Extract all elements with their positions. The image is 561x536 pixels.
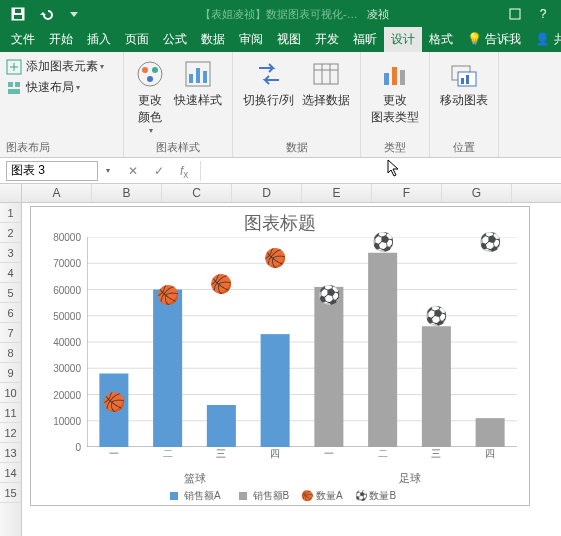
tab-页面[interactable]: 页面	[118, 27, 156, 52]
row-header[interactable]: 12	[0, 423, 21, 443]
move-chart-button[interactable]: 移动图表	[436, 56, 492, 136]
row-header[interactable]: 9	[0, 363, 21, 383]
data-marker[interactable]: 🏀	[103, 391, 125, 413]
x-axis-labels: 一二三四一二三四	[87, 447, 517, 471]
bar[interactable]	[368, 253, 397, 447]
row-header[interactable]: 14	[0, 463, 21, 483]
col-header[interactable]: C	[162, 184, 232, 202]
dropdown-icon[interactable]	[64, 4, 84, 24]
ribbon: 添加图表元素▾ 快速布局▾ 图表布局 更改 颜色▾ 快速样式 图表样式 切换行/…	[0, 52, 561, 158]
tab-设计[interactable]: 设计	[384, 27, 422, 52]
select-all-corner[interactable]	[0, 184, 22, 203]
name-box[interactable]	[6, 161, 98, 181]
tell-me[interactable]: 💡 告诉我	[460, 27, 528, 52]
svg-rect-24	[400, 70, 405, 85]
row-header[interactable]: 3	[0, 243, 21, 263]
row-header[interactable]: 5	[0, 283, 21, 303]
change-chart-type-button[interactable]: 更改 图表类型	[367, 56, 423, 136]
bar[interactable]	[207, 405, 236, 447]
select-data-button[interactable]: 选择数据	[298, 56, 354, 136]
svg-rect-16	[196, 68, 200, 83]
tab-文件[interactable]: 文件	[4, 27, 42, 52]
window-title: 【表姐凌祯】数据图表可视化-… 凌祯	[88, 7, 501, 22]
formula-input[interactable]	[200, 161, 561, 181]
svg-rect-22	[384, 73, 389, 85]
data-marker[interactable]: 🏀	[157, 284, 179, 306]
svg-rect-23	[392, 67, 397, 85]
fx-icon[interactable]: fx	[180, 164, 194, 178]
data-marker[interactable]: ⚽	[425, 305, 447, 327]
chart-title[interactable]: 图表标题	[31, 211, 529, 235]
data-marker[interactable]: ⚽	[318, 284, 340, 306]
data-marker[interactable]: 🏀	[264, 247, 286, 269]
svg-rect-8	[15, 82, 20, 87]
data-marker[interactable]: 🏀	[210, 273, 232, 295]
change-colors-button[interactable]: 更改 颜色▾	[130, 56, 170, 136]
col-header[interactable]: G	[442, 184, 512, 202]
row-header[interactable]: 7	[0, 323, 21, 343]
row-header[interactable]: 13	[0, 443, 21, 463]
row-headers[interactable]: 123456789101112131415	[0, 203, 22, 536]
chart-object[interactable]: 图表标题 01000020000300004000050000600007000…	[30, 206, 530, 506]
row-header[interactable]: 8	[0, 343, 21, 363]
group-label: 类型	[384, 140, 406, 155]
worksheet[interactable]: ABCDEFG 123456789101112131415 图表标题 01000…	[0, 184, 561, 536]
quick-layout-button[interactable]: 快速布局▾	[6, 77, 117, 98]
tab-格式[interactable]: 格式	[422, 27, 460, 52]
chart-legend[interactable]: 销售额A销售额B🏀 数量A⚽ 数量B	[31, 489, 529, 503]
tab-福昕[interactable]: 福昕	[346, 27, 384, 52]
bar[interactable]	[314, 287, 343, 447]
col-header[interactable]: B	[92, 184, 162, 202]
ribbon-display-icon[interactable]	[505, 4, 525, 24]
share-button[interactable]: 👤 共…	[528, 27, 561, 52]
col-header[interactable]: E	[302, 184, 372, 202]
bar[interactable]	[422, 326, 451, 447]
row-header[interactable]: 4	[0, 263, 21, 283]
data-marker[interactable]: ⚽	[372, 231, 394, 253]
tab-公式[interactable]: 公式	[156, 27, 194, 52]
tab-开始[interactable]: 开始	[42, 27, 80, 52]
svg-rect-28	[466, 75, 469, 84]
svg-point-12	[152, 67, 158, 73]
tab-插入[interactable]: 插入	[80, 27, 118, 52]
col-header[interactable]: D	[232, 184, 302, 202]
save-icon[interactable]	[8, 4, 28, 24]
row-header[interactable]: 2	[0, 223, 21, 243]
switch-row-col-button[interactable]: 切换行/列	[239, 56, 298, 136]
cancel-icon[interactable]: ✕	[128, 164, 142, 178]
svg-point-11	[142, 67, 148, 73]
tab-视图[interactable]: 视图	[270, 27, 308, 52]
tab-审阅[interactable]: 审阅	[232, 27, 270, 52]
col-header[interactable]: F	[372, 184, 442, 202]
svg-point-10	[138, 62, 162, 86]
row-header[interactable]: 6	[0, 303, 21, 323]
svg-point-13	[147, 76, 153, 82]
bar[interactable]	[261, 334, 290, 447]
tab-数据[interactable]: 数据	[194, 27, 232, 52]
tab-开发[interactable]: 开发	[308, 27, 346, 52]
row-header[interactable]: 1	[0, 203, 21, 223]
svg-rect-18	[314, 64, 338, 84]
col-header[interactable]: A	[22, 184, 92, 202]
formula-bar: ▾ ✕ ✓ fx	[0, 158, 561, 184]
bar[interactable]	[153, 290, 182, 448]
row-header[interactable]: 11	[0, 403, 21, 423]
svg-rect-3	[510, 9, 520, 19]
bar[interactable]	[476, 418, 505, 447]
undo-icon[interactable]	[36, 4, 56, 24]
plot-area[interactable]: 🏀🏀🏀🏀⚽⚽⚽⚽	[87, 237, 517, 447]
help-icon[interactable]: ?	[533, 4, 553, 24]
row-header[interactable]: 15	[0, 483, 21, 503]
group-type: 更改 图表类型 类型	[361, 52, 430, 157]
name-box-dropdown-icon[interactable]: ▾	[106, 166, 110, 175]
add-chart-element-button[interactable]: 添加图表元素▾	[6, 56, 117, 77]
column-headers[interactable]: ABCDEFG	[22, 184, 561, 203]
title-bar: 【表姐凌祯】数据图表可视化-… 凌祯 ?	[0, 0, 561, 28]
svg-rect-7	[8, 82, 13, 87]
data-marker[interactable]: ⚽	[479, 231, 501, 253]
row-header[interactable]: 10	[0, 383, 21, 403]
quick-styles-button[interactable]: 快速样式	[170, 56, 226, 136]
enter-icon[interactable]: ✓	[154, 164, 168, 178]
group-chart-styles: 更改 颜色▾ 快速样式 图表样式	[124, 52, 233, 157]
group-location: 移动图表 位置	[430, 52, 499, 157]
